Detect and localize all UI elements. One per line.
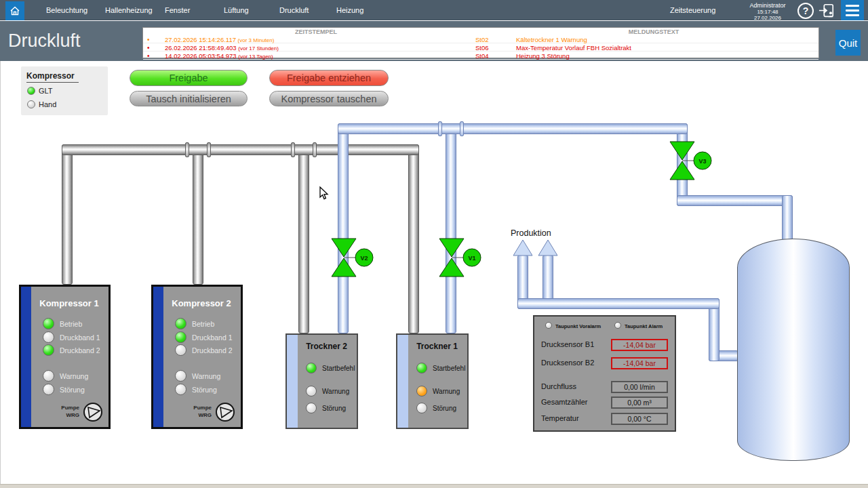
pump-label: Pumpe xyxy=(172,405,212,411)
radio-glt-label: GLT xyxy=(39,87,53,95)
led-stoerung xyxy=(416,403,427,413)
sensor-label: Gesamtzähler xyxy=(541,398,587,406)
panel-title: Trockner 2 xyxy=(298,342,355,351)
alarm-list: ZEITSTEMPEL MELDUNGSTEXT • 27.02.2026 15… xyxy=(142,27,819,58)
alarm-message: Kältetrockner 1 Warnung xyxy=(516,36,587,43)
valve-label: V3 xyxy=(698,158,706,165)
taupunkt-alarm-label: Taupunkt Alarm xyxy=(625,323,663,329)
kompressor1-panel: Kompressor 1 Betrieb Druckband 1 Druckba… xyxy=(19,285,111,429)
led-label: Startbefehl xyxy=(433,365,465,372)
pump-icon xyxy=(83,402,103,422)
nav-zeitsteuerung[interactable]: Zeitsteuerung xyxy=(670,0,715,20)
sensor-label: Temperatur xyxy=(541,414,579,422)
valve-icon xyxy=(439,258,464,277)
alarm-row[interactable]: • 14.02.2026 05:03:54.973 (vor 13 Tagen)… xyxy=(143,52,818,60)
pump-icon xyxy=(215,402,235,422)
led-warnung xyxy=(175,370,186,382)
pipe-tank-inlet-riser xyxy=(782,195,793,244)
alarm-code: St02 xyxy=(475,36,489,43)
led-label: Startbefehl xyxy=(322,365,355,372)
led-druckband2 xyxy=(43,344,54,356)
radio-glt[interactable] xyxy=(27,87,35,95)
sensor-label: Durchfluss xyxy=(541,382,576,390)
window-footer xyxy=(0,484,868,488)
alarm-col-meldungstext: MELDUNGSTEXT xyxy=(489,28,818,35)
led-stoerung xyxy=(175,384,186,395)
kompressor2-panel: Kompressor 2 Betrieb Druckband 1 Druckba… xyxy=(151,285,243,429)
freigabe-entziehen-button[interactable]: Freigabe entziehen xyxy=(269,70,389,86)
menu-icon[interactable] xyxy=(841,0,864,20)
led-druckband1 xyxy=(175,331,186,343)
pipe-coupling xyxy=(460,121,464,136)
alarm-row[interactable]: • 27.02.2026 15:14:26.117 (vor 3 Minuten… xyxy=(143,36,818,43)
sensor-value: 0,00 m³ xyxy=(611,396,668,409)
trockner2-panel: Trockner 2 Startbefehl Warnung Störung xyxy=(285,333,358,429)
kompressor-tauschen-button[interactable]: Kompressor tauschen xyxy=(269,91,389,106)
alarm-code: St06 xyxy=(475,44,489,52)
storage-tank xyxy=(737,239,850,461)
logout-user-icon[interactable] xyxy=(818,3,835,19)
pipe-v2-riser xyxy=(338,123,349,333)
led-startbefehl xyxy=(306,363,317,373)
led-label: Betrieb xyxy=(60,320,82,328)
alarm-bullet-icon: • xyxy=(147,36,150,43)
alarm-timestamp: 26.02.2026 21:58:49.403 xyxy=(165,44,237,52)
alarm-row[interactable]: • 26.02.2026 21:58:49.403 (vor 17 Stunde… xyxy=(143,44,818,52)
flow-arrow-icon xyxy=(538,240,558,256)
top-menu-bar: Beleuchtung Hallenheizung Fenster Lüftun… xyxy=(0,0,868,20)
led-warnung xyxy=(416,386,427,396)
pipe-blue-header xyxy=(338,123,688,134)
nav-fenster[interactable]: Fenster xyxy=(165,0,190,20)
panel-title: Trockner 1 xyxy=(408,342,466,351)
pipe-coupling xyxy=(207,142,211,157)
valve-label: V2 xyxy=(360,255,368,262)
pipe-coupling xyxy=(438,121,442,136)
mouse-cursor-icon xyxy=(319,186,329,200)
clock-time: 15:17:48 xyxy=(743,9,792,15)
nav-lueftung[interactable]: Lüftung xyxy=(224,0,249,20)
led-label: Warnung xyxy=(433,388,460,395)
flow-arrow-icon xyxy=(513,240,533,256)
pipe-trockner2-inlet-riser xyxy=(298,144,309,333)
page-title: Druckluft xyxy=(8,30,81,52)
sensor-value: 0,00 l/min xyxy=(611,381,668,393)
led-taupunkt-alarm xyxy=(614,322,621,329)
valve-v1[interactable]: V1 xyxy=(439,239,483,277)
alarm-bullet-icon: • xyxy=(147,52,150,60)
led-label: Störung xyxy=(322,405,346,412)
pipe-kompressor1-riser xyxy=(62,144,73,285)
sensor-label: Drucksensor B2 xyxy=(541,359,594,367)
clock-date: 27.02.2026 xyxy=(743,15,792,21)
radio-hand[interactable] xyxy=(27,100,35,108)
nav-hallenheizung[interactable]: Hallenheizung xyxy=(105,0,153,20)
valve-v3[interactable]: V3 xyxy=(670,142,713,180)
freigabe-button[interactable]: Freigabe xyxy=(130,70,248,86)
nav-beleuchtung[interactable]: Beleuchtung xyxy=(46,0,87,20)
nav-heizung[interactable]: Heizung xyxy=(336,0,363,20)
pump-label: WRG xyxy=(172,412,212,418)
panel-stripe xyxy=(287,335,298,428)
quit-button[interactable]: Quit xyxy=(835,30,861,56)
pipe-v3-offset-run xyxy=(677,195,793,206)
sensor-label: Drucksensor B1 xyxy=(541,340,594,348)
nav-druckluft[interactable]: Druckluft xyxy=(279,0,309,20)
alarm-ago: (vor 17 Stunden) xyxy=(238,45,279,52)
led-label: Störung xyxy=(433,405,456,412)
led-stoerung xyxy=(43,384,54,395)
panel-stripe xyxy=(153,287,163,427)
valve-v2[interactable]: V2 xyxy=(332,239,375,277)
valve-icon xyxy=(670,142,694,160)
kompressor-mode-selector: Kompressor GLT Hand xyxy=(21,66,108,115)
pipe-v1-riser xyxy=(446,123,456,333)
trockner1-panel: Trockner 1 Startbefehl Warnung Störung xyxy=(396,333,469,429)
pipe-grey-header xyxy=(62,144,419,155)
alarm-message: Max-Temperatur Vorlauf FBH Sozialtrakt xyxy=(516,44,631,52)
led-label: Störung xyxy=(192,386,217,394)
tausch-initialisieren-button[interactable]: Tausch initialisieren xyxy=(130,91,248,106)
led-betrieb xyxy=(43,318,54,329)
sensor-value: -14,04 bar xyxy=(611,339,668,351)
title-bar: Druckluft ZEITSTEMPEL MELDUNGSTEXT • 27.… xyxy=(0,21,868,61)
home-button[interactable] xyxy=(5,1,24,20)
alarm-timestamp: 14.02.2026 05:03:54.973 xyxy=(165,52,237,60)
help-icon[interactable]: ? xyxy=(797,3,814,19)
